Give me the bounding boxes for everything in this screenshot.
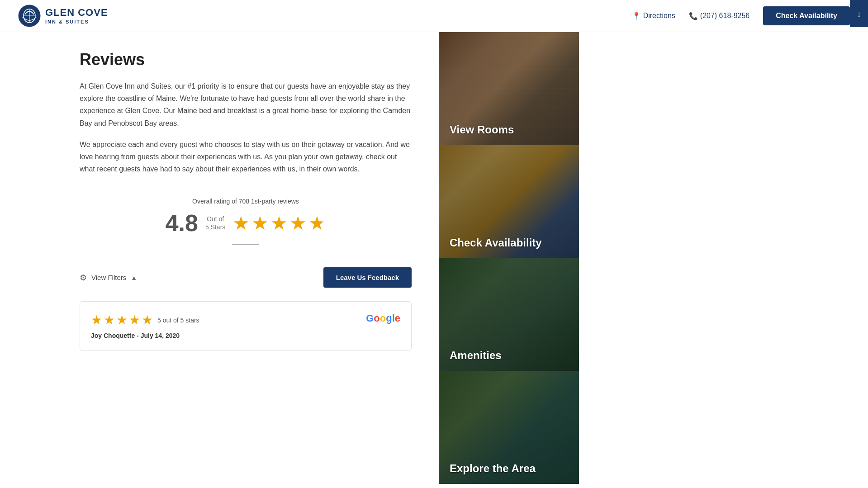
star-3: ★ <box>270 212 288 234</box>
google-logo: Google <box>366 313 400 324</box>
intro-paragraph-2: We appreciate each and every guest who c… <box>80 138 412 175</box>
leave-feedback-button[interactable]: Leave Us Feedback <box>323 267 412 288</box>
review-card: ★ ★ ★ ★ ★ 5 out of 5 stars Google Joy Ch… <box>80 301 412 351</box>
rating-display: 4.8 Out of 5 Stars ★ ★ ★ ★ ★ <box>80 209 412 237</box>
phone-icon: 📞 <box>689 12 698 20</box>
star-2: ★ <box>251 212 269 234</box>
review-star-1: ★ <box>91 313 102 327</box>
logo-text: GLEN COVE INN & SUITES <box>45 7 108 25</box>
rating-stars: ★ ★ ★ ★ ★ <box>232 212 326 234</box>
logo[interactable]: GLEN COVE INN & SUITES <box>18 5 108 27</box>
sidebar-amenities[interactable]: Amenities <box>439 258 579 371</box>
filters-row: ⚙ View Filters ▲ Leave Us Feedback <box>80 263 412 297</box>
review-star-2: ★ <box>104 313 115 327</box>
review-star-rating: ★ ★ ★ ★ ★ <box>91 313 153 327</box>
star-1: ★ <box>232 212 250 234</box>
view-filters-control[interactable]: ⚙ View Filters ▲ <box>80 273 137 283</box>
sidebar: View Rooms Check Availability Amenities … <box>439 32 579 484</box>
directions-link[interactable]: 📍 Directions <box>632 12 675 20</box>
star-4: ★ <box>289 212 307 234</box>
intro-paragraph-1: At Glen Cove Inn and Suites, our #1 prio… <box>80 80 412 129</box>
sidebar-view-rooms-label: View Rooms <box>439 114 579 145</box>
header-check-availability-button[interactable]: Check Availability <box>763 6 850 25</box>
sidebar-explore-area-label: Explore the Area <box>439 453 579 484</box>
star-half-5: ★ <box>308 212 326 234</box>
sidebar-view-rooms[interactable]: View Rooms <box>439 32 579 145</box>
reviewer-name: Joy Choquette - July 14, 2020 <box>91 332 400 339</box>
phone-link[interactable]: 📞 (207) 618-9256 <box>689 12 749 20</box>
review-stars-row: ★ ★ ★ ★ ★ 5 out of 5 stars <box>91 313 199 327</box>
page-title: Reviews <box>80 50 412 69</box>
rating-divider <box>232 244 259 245</box>
review-header: ★ ★ ★ ★ ★ 5 out of 5 stars Google <box>91 313 400 327</box>
sidebar-check-availability[interactable]: Check Availability <box>439 145 579 258</box>
rating-number: 4.8 <box>166 209 198 237</box>
review-rating-text: 5 out of 5 stars <box>157 317 199 324</box>
overall-rating-label: Overall rating of 708 1st-party reviews <box>80 198 412 205</box>
logo-icon <box>18 5 41 27</box>
review-star-4: ★ <box>129 313 140 327</box>
rating-section: Overall rating of 708 1st-party reviews … <box>80 189 412 263</box>
header-nav: 📍 Directions 📞 (207) 618-9256 Check Avai… <box>632 6 850 25</box>
review-star-5: ★ <box>142 313 153 327</box>
main-layout: Reviews At Glen Cove Inn and Suites, our… <box>0 32 868 484</box>
filter-icon: ⚙ <box>80 273 87 283</box>
review-star-3: ★ <box>116 313 128 327</box>
site-header: GLEN COVE INN & SUITES 📍 Directions 📞 (2… <box>0 0 868 32</box>
out-of-label: Out of 5 Stars <box>205 215 225 231</box>
content-area: Reviews At Glen Cove Inn and Suites, our… <box>0 32 439 484</box>
sidebar-explore-area[interactable]: Explore the Area <box>439 371 579 484</box>
arrow-down-icon: ↓ <box>857 9 861 19</box>
sidebar-check-availability-label: Check Availability <box>439 227 579 258</box>
scroll-down-button[interactable]: ↓ <box>850 0 868 27</box>
sidebar-amenities-label: Amenities <box>439 340 579 371</box>
map-pin-icon: 📍 <box>632 12 641 20</box>
chevron-up-icon: ▲ <box>131 274 137 281</box>
